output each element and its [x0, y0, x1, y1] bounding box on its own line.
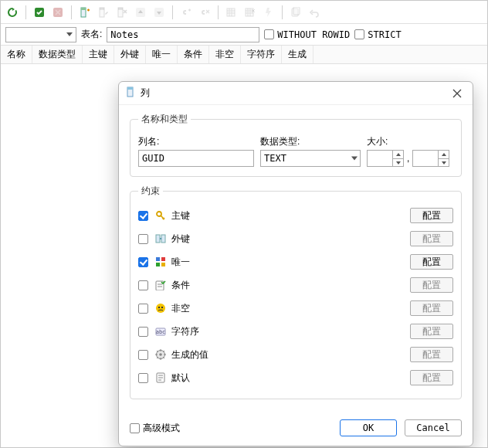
svg-rect-20: [161, 257, 165, 261]
nn-icon: [154, 302, 167, 314]
without-rowid-option[interactable]: WITHOUT ROWID: [264, 29, 350, 40]
svg-text:abc: abc: [156, 329, 166, 335]
col-header[interactable]: 字符序: [241, 46, 282, 63]
dialog-footer: 高级模式 OK Cancel: [119, 413, 473, 446]
column-icon: [125, 87, 136, 100]
configure-button[interactable]: 配置: [410, 300, 453, 316]
advanced-option[interactable]: 高级模式: [130, 422, 180, 435]
size-label: 大小:: [367, 135, 453, 148]
add-column-icon[interactable]: [76, 4, 93, 21]
uq-icon: [154, 256, 167, 268]
close-icon: [452, 89, 462, 98]
constraint-label: 非空: [171, 302, 190, 315]
constraint-checkbox[interactable]: [138, 257, 148, 267]
add-constraint-icon[interactable]: [178, 4, 195, 21]
svg-rect-7: [118, 8, 123, 10]
strict-checkbox[interactable]: [354, 29, 364, 39]
size1-input[interactable]: [368, 153, 392, 164]
svg-point-30: [159, 353, 162, 356]
table-editor-window: 表名: WITHOUT ROWID STRICT 名称 数据类型 主键 外键 唯…: [0, 0, 488, 448]
constraint-checkbox[interactable]: [138, 211, 148, 221]
col-name-input[interactable]: [138, 150, 254, 167]
svg-rect-19: [156, 257, 160, 261]
col-header[interactable]: 生成: [282, 46, 313, 63]
constraint-label: 主键: [171, 209, 190, 222]
constraint-checkbox[interactable]: [138, 234, 148, 244]
svg-rect-25: [158, 307, 160, 308]
df-icon: [154, 372, 167, 384]
configure-button[interactable]: 配置: [410, 277, 453, 293]
col-header[interactable]: 唯一: [146, 46, 178, 63]
size1-spinner[interactable]: [367, 150, 404, 167]
size2-input[interactable]: [413, 153, 438, 164]
col-header[interactable]: 外键: [114, 46, 146, 63]
cancel-button[interactable]: Cancel: [405, 419, 462, 436]
svg-rect-3: [81, 8, 86, 10]
configure-button[interactable]: 配置: [410, 324, 453, 339]
svg-rect-13: [293, 7, 300, 15]
configure-button[interactable]: 配置: [410, 370, 453, 385]
edit-column-icon[interactable]: [95, 4, 112, 21]
spin-up-icon[interactable]: [438, 151, 449, 158]
move-down-icon[interactable]: [151, 4, 168, 21]
constraint-uq: 唯一配置: [138, 250, 453, 273]
constraints-group: 约束 主键配置外键配置唯一配置条件配置非空配置abc字符序配置生成的值配置默认配…: [130, 185, 462, 399]
move-up-icon[interactable]: [132, 4, 149, 21]
ck-icon: [154, 279, 167, 291]
spin-down-icon[interactable]: [392, 158, 403, 166]
table-name-input[interactable]: [107, 27, 259, 42]
constraint-label: 唯一: [171, 256, 190, 269]
col-header[interactable]: 条件: [178, 46, 209, 63]
svg-rect-21: [156, 263, 160, 266]
undo-icon[interactable]: [306, 4, 323, 21]
group-legend: 约束: [138, 185, 163, 198]
constraint-checkbox[interactable]: [138, 373, 148, 383]
rollback-icon[interactable]: [49, 4, 66, 21]
datatype-label: 数据类型:: [260, 135, 361, 148]
configure-button[interactable]: 配置: [410, 208, 453, 223]
svg-rect-22: [161, 263, 165, 266]
fk-icon: [154, 232, 167, 245]
strict-option[interactable]: STRICT: [354, 29, 401, 40]
table-name-label: 表名:: [81, 28, 102, 41]
configure-button[interactable]: 配置: [410, 231, 453, 246]
delete-column-icon[interactable]: [114, 4, 130, 21]
col-header[interactable]: 名称: [1, 46, 32, 63]
advanced-checkbox[interactable]: [130, 423, 140, 433]
spin-down-icon[interactable]: [438, 158, 449, 166]
datatype-combo[interactable]: [260, 150, 361, 167]
trigger-icon[interactable]: [260, 4, 277, 21]
schema-combo[interactable]: [5, 27, 76, 42]
size2-spinner[interactable]: [412, 150, 449, 167]
constraint-co: abc字符序配置: [138, 320, 453, 343]
configure-button[interactable]: 配置: [410, 254, 453, 270]
configure-button[interactable]: 配置: [410, 347, 453, 362]
constraint-checkbox[interactable]: [138, 304, 148, 314]
add-index-icon[interactable]: [223, 4, 240, 21]
group-legend: 名称和类型: [138, 113, 191, 126]
refresh-icon[interactable]: [4, 4, 21, 21]
constraint-ck: 条件配置: [138, 273, 453, 297]
constraint-checkbox[interactable]: [138, 280, 148, 290]
columns-header: 名称 数据类型 主键 外键 唯一 条件 非空 字符序 生成: [1, 46, 487, 64]
delete-constraint-icon[interactable]: [196, 4, 213, 21]
constraint-nn: 非空配置: [138, 297, 453, 320]
svg-rect-26: [161, 307, 163, 308]
commit-icon[interactable]: [31, 4, 48, 21]
delete-index-icon[interactable]: [242, 4, 259, 21]
ok-button[interactable]: OK: [340, 419, 397, 436]
col-header[interactable]: 主键: [83, 46, 114, 63]
without-rowid-checkbox[interactable]: [264, 29, 274, 39]
close-button[interactable]: [448, 84, 466, 103]
constraint-checkbox[interactable]: [138, 350, 148, 360]
constraint-pk: 主键配置: [138, 204, 453, 227]
svg-rect-5: [100, 8, 104, 10]
constraint-checkbox[interactable]: [138, 327, 148, 337]
copy-icon[interactable]: [287, 4, 304, 21]
co-icon: abc: [154, 325, 167, 338]
constraint-label: 默认: [171, 372, 190, 385]
col-header[interactable]: 非空: [209, 46, 241, 63]
toolbar: [1, 1, 487, 24]
col-header[interactable]: 数据类型: [32, 46, 83, 63]
spin-up-icon[interactable]: [392, 151, 403, 158]
